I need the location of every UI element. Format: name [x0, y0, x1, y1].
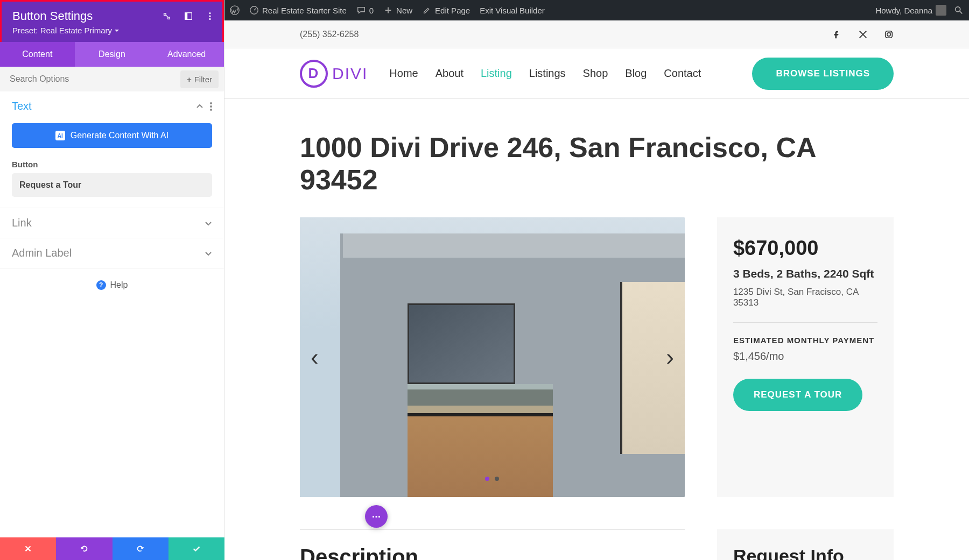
panel-tabs: Content Design Advanced	[0, 42, 224, 67]
page-preview: (255) 352-6258 D DIVI Home About Listing…	[224, 20, 969, 560]
new-item[interactable]: New	[383, 5, 412, 15]
listing-title: 1000 Divi Drive 246, San Francisco, CA 9…	[300, 131, 894, 196]
section-text-body: AIGenerate Content With AI Button	[0, 121, 224, 208]
save-button[interactable]	[168, 537, 224, 560]
request-info-title: Request Info	[733, 545, 877, 560]
listing-address: 1235 Divi St, San Fracisco, CA 35313	[733, 287, 877, 323]
nav-blog[interactable]: Blog	[625, 67, 647, 80]
chevron-up-icon	[196, 103, 203, 110]
ai-icon: AI	[55, 131, 65, 140]
facebook-icon[interactable]	[832, 30, 842, 39]
comment-icon	[356, 5, 366, 15]
redo-icon	[136, 544, 145, 554]
gallery-prev[interactable]: ‹	[300, 344, 329, 371]
gallery-dots	[485, 477, 499, 481]
dock-icon[interactable]	[184, 11, 193, 21]
check-icon	[192, 544, 201, 554]
nav-links: Home About Listing Listings Shop Blog Co…	[389, 67, 701, 80]
wp-admin-bar: Real Estate Starter Site 0 New Edit Page…	[224, 0, 969, 20]
est-payment-value: $1,456/mo	[733, 350, 877, 363]
page-content: 1000 Divi Drive 246, San Francisco, CA 9…	[224, 99, 969, 560]
svg-point-7	[209, 18, 210, 20]
help-button[interactable]: ? Help	[0, 268, 224, 302]
user-avatar	[936, 5, 946, 16]
listing-info-card: $670,000 3 Beds, 2 Baths, 2240 Sqft 1235…	[717, 217, 894, 497]
button-field-label: Button	[12, 160, 212, 169]
svg-point-5	[209, 12, 210, 14]
instagram-icon[interactable]	[884, 30, 894, 39]
request-info-card: Request Info	[717, 529, 894, 560]
svg-point-10	[890, 32, 891, 33]
x-icon[interactable]	[858, 30, 868, 39]
filter-button[interactable]: +Filter	[180, 70, 219, 88]
chevron-down-icon	[205, 250, 212, 257]
plus-icon	[383, 5, 393, 15]
topbar: (255) 352-6258	[224, 20, 969, 48]
est-payment-label: ESTIMATED MONTHLY PAYMENT	[733, 336, 877, 345]
module-actions-fab[interactable]: ···	[365, 505, 388, 528]
site-name-item[interactable]: Real Estate Starter Site	[249, 5, 347, 15]
nav-shop[interactable]: Shop	[583, 67, 608, 80]
undo-icon	[79, 544, 89, 554]
section-options-icon[interactable]	[210, 102, 212, 111]
snap-icon[interactable]	[162, 11, 172, 21]
request-tour-button[interactable]: REQUEST A TOUR	[733, 379, 863, 411]
listing-gallery: ‹ ›	[300, 217, 685, 497]
section-text-header[interactable]: Text	[0, 91, 224, 121]
settings-panel: Button Settings Preset: Real Estate Prim…	[0, 0, 224, 560]
panel-footer	[0, 537, 224, 560]
caret-down-icon	[114, 28, 120, 33]
gallery-next[interactable]: ›	[655, 344, 685, 371]
tab-design[interactable]: Design	[75, 42, 150, 67]
nav-contact[interactable]: Contact	[664, 67, 701, 80]
social-links	[832, 30, 894, 39]
wp-logo-item[interactable]	[230, 5, 240, 15]
nav-about[interactable]: About	[436, 67, 464, 80]
tab-advanced[interactable]: Advanced	[149, 42, 224, 67]
cancel-button[interactable]	[0, 537, 56, 560]
close-icon	[23, 544, 33, 554]
help-icon: ?	[96, 280, 106, 290]
search-icon	[954, 5, 964, 15]
howdy-item[interactable]: Howdy, Deanna	[875, 5, 946, 16]
chevron-down-icon	[205, 219, 212, 227]
search-options-input[interactable]	[0, 67, 180, 91]
section-admin-label-header[interactable]: Admin Label	[0, 238, 224, 268]
gallery-dot[interactable]	[485, 477, 489, 481]
redo-button[interactable]	[113, 537, 168, 560]
phone-number: (255) 352-6258	[300, 30, 359, 39]
preset-dropdown[interactable]: Preset: Real Estate Primary	[12, 26, 120, 35]
logo-mark: D	[300, 60, 328, 88]
logo[interactable]: D DIVI	[300, 60, 368, 88]
edit-page-item[interactable]: Edit Page	[422, 5, 470, 15]
listing-price: $670,000	[733, 237, 877, 260]
nav-home[interactable]: Home	[389, 67, 418, 80]
svg-point-2	[956, 7, 960, 12]
exit-builder-item[interactable]: Exit Visual Builder	[480, 6, 545, 15]
kebab-icon[interactable]	[205, 11, 215, 21]
search-toggle[interactable]	[954, 5, 964, 15]
pencil-icon	[422, 5, 432, 15]
navbar: D DIVI Home About Listing Listings Shop …	[224, 48, 969, 99]
comments-item[interactable]: 0	[356, 5, 374, 15]
description-section: Description	[300, 529, 685, 560]
description-title: Description	[300, 545, 685, 560]
listing-specs: 3 Beds, 2 Baths, 2240 Sqft	[733, 267, 877, 280]
button-text-input[interactable]	[12, 173, 212, 197]
svg-point-9	[887, 32, 890, 36]
nav-listing[interactable]: Listing	[481, 67, 512, 80]
wordpress-icon	[230, 5, 240, 15]
generate-ai-button[interactable]: AIGenerate Content With AI	[12, 123, 212, 148]
search-row: +Filter	[0, 67, 224, 91]
svg-point-6	[209, 15, 210, 17]
nav-listings[interactable]: Listings	[529, 67, 566, 80]
undo-button[interactable]	[56, 537, 112, 560]
browse-listings-button[interactable]: BROWSE LISTINGS	[752, 58, 894, 90]
section-link-header[interactable]: Link	[0, 208, 224, 238]
dashboard-icon	[249, 5, 259, 15]
tab-content[interactable]: Content	[0, 42, 75, 67]
gallery-dot[interactable]	[495, 477, 499, 481]
panel-header: Button Settings Preset: Real Estate Prim…	[0, 0, 224, 42]
svg-rect-4	[185, 13, 188, 20]
